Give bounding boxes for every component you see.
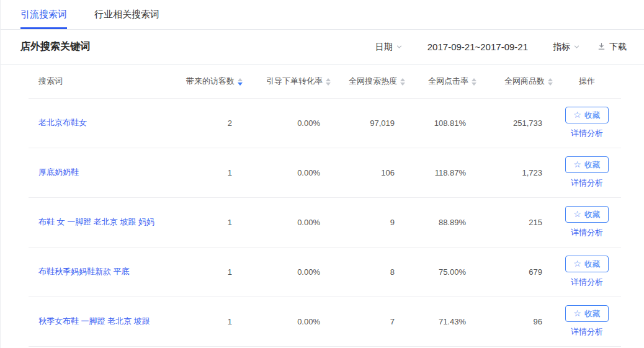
favorite-button[interactable]: ☆收藏 xyxy=(565,305,609,322)
column-label: 全网商品数 xyxy=(504,76,545,87)
click-rate-cell: 108.81% xyxy=(405,98,476,148)
table-row: 秋季女布鞋 一脚蹬 老北京 坡跟10.00%771.43%96☆收藏详情分析 xyxy=(29,297,621,346)
detail-analysis-link[interactable]: 详情分析 xyxy=(553,227,621,238)
keyword-link[interactable]: 秋季女布鞋 一脚蹬 老北京 坡跟 xyxy=(38,316,150,326)
star-icon: ☆ xyxy=(573,110,581,119)
metric-dropdown[interactable]: 指标 xyxy=(553,42,580,53)
favorite-label: 收藏 xyxy=(584,209,601,220)
column-header-2[interactable]: 引导下单转化率 xyxy=(243,65,331,98)
visitors-cell: 1 xyxy=(181,197,243,247)
tab-traffic-search-words[interactable]: 引流搜索词 xyxy=(20,0,67,29)
detail-analysis-link[interactable]: 详情分析 xyxy=(553,277,621,288)
column-header-0: 搜索词 xyxy=(29,65,181,98)
column-header-3[interactable]: 全网搜索热度 xyxy=(331,65,405,98)
detail-analysis-link[interactable]: 详情分析 xyxy=(553,326,621,337)
action-cell: ☆收藏详情分析 xyxy=(553,297,621,346)
table-row: 老北京布鞋女20.00%97,019108.81%251,733☆收藏详情分析 xyxy=(29,98,621,148)
date-range-value[interactable]: 2017-09-21~2017-09-21 xyxy=(427,42,528,52)
table-row: 布鞋 女 一脚蹬 老北京 坡跟 妈妈10.00%988.89%215☆收藏详情分… xyxy=(29,197,621,247)
favorite-button[interactable]: ☆收藏 xyxy=(565,156,609,173)
favorite-button[interactable]: ☆收藏 xyxy=(565,206,609,223)
chevron-down-icon xyxy=(573,42,580,52)
column-label: 全网点击率 xyxy=(428,76,468,87)
action-cell: ☆收藏详情分析 xyxy=(553,247,621,297)
column-label: 搜索词 xyxy=(38,76,63,87)
detail-analysis-link[interactable]: 详情分析 xyxy=(553,128,621,139)
search-heat-cell: 7 xyxy=(331,297,405,346)
date-dropdown[interactable]: 日期 xyxy=(375,42,403,53)
products-count-cell: 251,733 xyxy=(476,98,553,148)
column-label: 操作 xyxy=(579,76,595,87)
keyword-link[interactable]: 老北京布鞋女 xyxy=(38,118,87,127)
section-header: 店外搜索关键词 日期 2017-09-21~2017-09-21 指标 下载 xyxy=(1,30,644,65)
keyword-cell: 布鞋秋季妈妈鞋新款 平底 xyxy=(29,247,181,297)
metric-dropdown-label: 指标 xyxy=(553,42,570,53)
search-heat-cell: 106 xyxy=(331,148,405,197)
keyword-cell: 布鞋 女 一脚蹬 老北京 坡跟 妈妈 xyxy=(29,197,181,247)
action-cell: ☆收藏详情分析 xyxy=(553,98,621,148)
column-header-5[interactable]: 全网商品数 xyxy=(476,65,553,98)
keyword-cell: 厚底奶奶鞋 xyxy=(29,148,181,197)
click-rate-cell: 118.87% xyxy=(405,148,476,197)
action-cell: ☆收藏详情分析 xyxy=(553,148,621,197)
products-count-cell: 1,723 xyxy=(476,148,553,197)
column-label: 全网搜索热度 xyxy=(349,76,397,87)
keyword-link[interactable]: 厚底奶奶鞋 xyxy=(38,167,79,177)
download-label: 下载 xyxy=(609,42,627,53)
chevron-down-icon xyxy=(396,42,403,52)
table-row: 厚底奶奶鞋10.00%106118.87%1,723☆收藏详情分析 xyxy=(29,148,621,197)
click-rate-cell: 75.00% xyxy=(405,247,476,297)
sort-icon[interactable] xyxy=(548,78,553,86)
favorite-label: 收藏 xyxy=(584,159,601,171)
click-rate-cell: 71.43% xyxy=(405,297,476,346)
favorite-label: 收藏 xyxy=(584,308,601,319)
column-label: 引导下单转化率 xyxy=(266,76,323,87)
sort-icon[interactable] xyxy=(400,78,405,86)
table-header-row: 搜索词带来的访客数引导下单转化率全网搜索热度全网点击率全网商品数操作 xyxy=(29,65,621,98)
conversion-rate-cell: 0.00% xyxy=(243,297,331,346)
search-heat-cell: 9 xyxy=(331,197,405,247)
keyword-cell: 秋季女布鞋 一脚蹬 老北京 坡跟 xyxy=(29,297,181,346)
visitors-cell: 2 xyxy=(181,98,243,148)
star-icon: ☆ xyxy=(573,160,581,169)
column-header-4[interactable]: 全网点击率 xyxy=(405,65,476,98)
tab-industry-related-search-words[interactable]: 行业相关搜索词 xyxy=(94,0,159,29)
click-rate-cell: 88.89% xyxy=(405,197,476,247)
search-heat-cell: 8 xyxy=(331,247,405,297)
conversion-rate-cell: 0.00% xyxy=(243,247,331,297)
column-header-6: 操作 xyxy=(553,65,621,98)
visitors-cell: 1 xyxy=(181,148,243,197)
column-header-1[interactable]: 带来的访客数 xyxy=(181,65,243,98)
sort-icon[interactable] xyxy=(238,78,243,86)
keyword-cell: 老北京布鞋女 xyxy=(29,98,181,148)
keyword-link[interactable]: 布鞋 女 一脚蹬 老北京 坡跟 妈妈 xyxy=(38,217,154,226)
star-icon: ☆ xyxy=(573,210,581,218)
sort-icon[interactable] xyxy=(472,78,476,86)
date-dropdown-label: 日期 xyxy=(375,42,393,53)
products-count-cell: 679 xyxy=(476,247,553,297)
products-count-cell: 96 xyxy=(476,297,553,346)
keyword-link[interactable]: 布鞋秋季妈妈鞋新款 平底 xyxy=(38,267,130,276)
table-row: 布鞋秋季妈妈鞋新款 平底10.00%875.00%679☆收藏详情分析 xyxy=(29,247,621,297)
sort-icon[interactable] xyxy=(326,78,331,86)
products-count-cell: 215 xyxy=(476,197,553,247)
conversion-rate-cell: 0.00% xyxy=(243,148,331,197)
star-icon: ☆ xyxy=(573,309,581,318)
download-icon xyxy=(597,42,606,52)
download-button[interactable]: 下载 xyxy=(597,42,627,53)
column-label: 带来的访客数 xyxy=(186,76,235,87)
action-cell: ☆收藏详情分析 xyxy=(553,197,621,247)
favorite-button[interactable]: ☆收藏 xyxy=(565,107,609,123)
detail-analysis-link[interactable]: 详情分析 xyxy=(553,177,621,189)
star-icon: ☆ xyxy=(573,259,581,268)
visitors-cell: 1 xyxy=(181,297,243,346)
visitors-cell: 1 xyxy=(181,247,243,297)
favorite-button[interactable]: ☆收藏 xyxy=(565,256,609,272)
tab-bar: 引流搜索词 行业相关搜索词 xyxy=(1,0,644,30)
keywords-table: 搜索词带来的访客数引导下单转化率全网搜索热度全网点击率全网商品数操作 老北京布鞋… xyxy=(29,65,620,347)
toolbar: 日期 2017-09-21~2017-09-21 指标 下载 xyxy=(375,42,627,53)
conversion-rate-cell: 0.00% xyxy=(243,98,331,148)
favorite-label: 收藏 xyxy=(584,259,601,270)
search-heat-cell: 97,019 xyxy=(331,98,405,148)
favorite-label: 收藏 xyxy=(584,110,601,121)
